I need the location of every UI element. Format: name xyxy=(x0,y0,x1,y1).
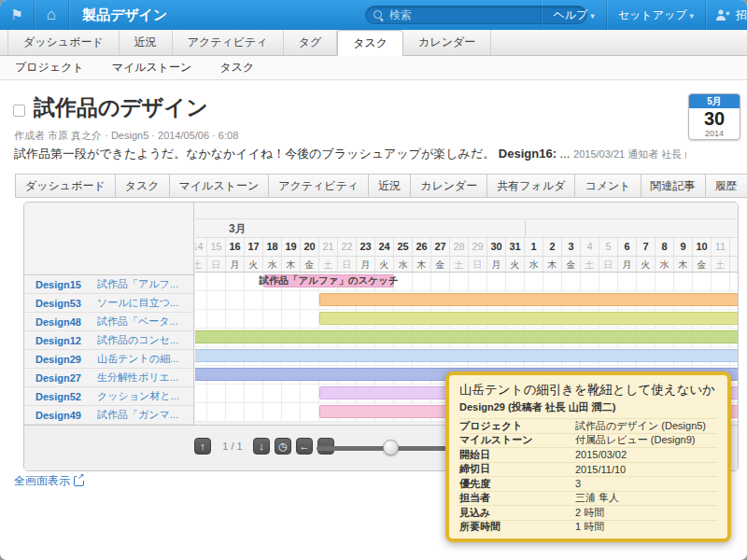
issue-meta: 作成者 市原 真之介 · Design5 · 2014/05/06 · 6:08 xyxy=(14,129,238,143)
tooltip-field-label: 開始日 xyxy=(459,448,575,462)
gantt-bar[interactable] xyxy=(319,312,739,325)
weekday-cell: 金 xyxy=(431,257,450,273)
tooltip-field-row: 締切日2015/11/10 xyxy=(459,462,717,477)
main-tab[interactable]: 近況 xyxy=(120,30,173,55)
weekday-cell: 火 xyxy=(637,257,655,273)
task-row: Design53ソールに目立つ... xyxy=(24,294,193,313)
weekday-cell: 土 xyxy=(450,257,469,273)
day-cell: 21 xyxy=(319,238,338,256)
today-button[interactable]: ◷ xyxy=(275,438,291,455)
gantt-bar[interactable]: 試作品「アルファ」のスケッチ xyxy=(263,274,394,287)
day-cell: 29 xyxy=(469,238,487,256)
task-id-link[interactable]: Design29 xyxy=(35,354,97,365)
tooltip-field-row: 担当者三浦 隼人 xyxy=(459,491,717,506)
gantt-bar[interactable] xyxy=(319,293,739,306)
detail-tab[interactable]: 近況 xyxy=(368,174,411,198)
task-id-link[interactable]: Design48 xyxy=(35,316,97,328)
date-badge: 5月 30 2014 xyxy=(688,93,740,140)
detail-tab[interactable]: コメント xyxy=(574,174,641,198)
day-cell: 27 xyxy=(431,238,450,256)
task-id-link[interactable]: Design12 xyxy=(35,335,97,346)
weekday-cell: 水 xyxy=(263,257,282,273)
day-cell: 11 xyxy=(712,238,730,256)
tooltip-field-value: 1 時間 xyxy=(575,520,604,534)
tooltip-field-label: マイルストーン xyxy=(459,433,575,447)
zoom-slider-handle[interactable] xyxy=(383,440,399,455)
invite-menu[interactable]: 招 xyxy=(734,0,747,30)
detail-tab[interactable]: カレンダー xyxy=(410,174,487,198)
day-cell: 19 xyxy=(282,238,301,256)
scroll-down-button[interactable]: ↓ xyxy=(253,438,270,455)
task-title-link[interactable]: 試作品「ベータ... xyxy=(97,315,187,329)
main-tab[interactable]: タスク xyxy=(337,30,403,56)
day-cell: 26 xyxy=(413,238,431,256)
task-id-link[interactable]: Design27 xyxy=(35,372,97,384)
day-cell: 9 xyxy=(674,238,693,256)
page-title: 試作品のデザイン xyxy=(34,93,208,122)
tooltip-field-row: 開始日2015/03/02 xyxy=(459,447,717,462)
tooltip-field-label: 担当者 xyxy=(459,491,575,505)
task-title-link[interactable]: 生分解性ポリエ... xyxy=(97,371,187,385)
detail-tab[interactable]: 履歴 xyxy=(705,174,747,198)
invite-user-icon[interactable] xyxy=(715,8,730,21)
gantt-row xyxy=(195,347,739,366)
tooltip-field-value: 試作品のデザイン (Design5) xyxy=(575,419,706,433)
task-title-link[interactable]: 試作品「ガンマ... xyxy=(97,408,187,422)
day-cell: 1 xyxy=(525,238,543,256)
tooltip-field-label: 所要時間 xyxy=(459,520,575,534)
help-menu[interactable]: ヘルプ▾ xyxy=(542,0,605,31)
weekday-cell: 木 xyxy=(674,257,693,273)
issue-ref[interactable]: Design16: xyxy=(499,147,557,161)
day-cell: 6 xyxy=(618,238,637,256)
tooltip-field-label: 見込み xyxy=(459,506,575,520)
weekday-cell: 金 xyxy=(301,257,319,273)
task-id-link[interactable]: Design15 xyxy=(35,279,97,290)
scroll-up-button[interactable]: ↑ xyxy=(194,438,211,455)
day-cell: 8 xyxy=(655,238,674,256)
task-id-link[interactable]: Design52 xyxy=(35,391,97,402)
day-cell: 28 xyxy=(450,238,469,256)
task-id-link[interactable]: Design53 xyxy=(35,298,97,309)
detail-tab[interactable]: タスク xyxy=(115,174,170,198)
setup-menu[interactable]: セットアップ▾ xyxy=(607,0,705,31)
detail-tab[interactable]: マイルストーン xyxy=(169,174,270,198)
main-tab[interactable]: ダッシュボード xyxy=(7,30,120,55)
weekday-cell: 水 xyxy=(655,257,674,273)
main-tab[interactable]: アクティビティ xyxy=(173,30,284,55)
detail-tab[interactable]: 関連記事 xyxy=(641,174,706,198)
detail-tab[interactable]: ダッシュボード xyxy=(15,174,116,198)
task-title-link[interactable]: 山岳テントの細... xyxy=(97,352,187,366)
tooltip-field-value: 2015/11/10 xyxy=(575,464,626,475)
gantt-header-spacer xyxy=(195,203,739,219)
tooltip-subtitle: Design29 (投稿者 社長 山田 潤二) xyxy=(459,400,717,414)
date-badge-month: 5月 xyxy=(689,94,740,108)
day-cell: 17 xyxy=(245,238,263,256)
date-badge-day: 30 xyxy=(689,108,740,129)
detail-tab[interactable]: 共有フォルダ xyxy=(486,174,575,198)
topbar-menus: ヘルプ▾ セットアップ▾ 招 xyxy=(541,0,747,30)
gantt-task-header xyxy=(24,203,193,275)
flag-icon[interactable]: ⚑ xyxy=(0,0,34,30)
detail-tab[interactable]: アクティビティ xyxy=(268,174,369,198)
sub-nav-item[interactable]: タスク xyxy=(219,60,254,76)
scroll-left-button[interactable]: ← xyxy=(296,438,313,455)
main-tab[interactable]: カレンダー xyxy=(403,30,491,55)
task-title-link[interactable]: 試作品「アルフ... xyxy=(97,277,187,291)
day-cell: 2 xyxy=(543,238,562,256)
task-title-link[interactable]: ソールに目立つ... xyxy=(97,296,187,310)
sub-nav-item[interactable]: マイルストーン xyxy=(112,60,192,76)
task-title-link[interactable]: クッション材と... xyxy=(97,389,187,403)
gantt-bar[interactable] xyxy=(195,330,739,343)
gantt-bar[interactable] xyxy=(195,349,739,362)
home-icon[interactable]: ⌂ xyxy=(35,0,68,30)
fullscreen-link[interactable]: 全画面表示 xyxy=(14,473,84,489)
tooltip-field-row: 所要時間1 時間 xyxy=(459,520,717,535)
day-cell: 3 xyxy=(562,238,581,256)
main-tab[interactable]: タグ xyxy=(284,30,338,55)
task-id-link[interactable]: Design49 xyxy=(35,410,97,421)
sub-nav-item[interactable]: プロジェクト xyxy=(15,60,84,76)
task-title-link[interactable]: 試作品のコンセ... xyxy=(97,333,187,347)
day-cell: 30 xyxy=(487,238,506,256)
tooltip-field-value: 付属品レビュー (Design9) xyxy=(575,433,696,447)
issue-checkbox[interactable] xyxy=(13,105,25,117)
